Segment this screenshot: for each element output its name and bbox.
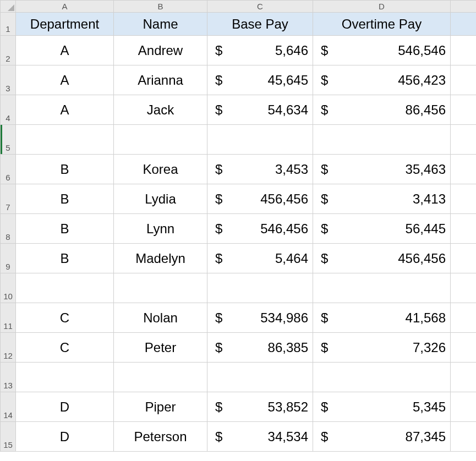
header-department[interactable]: Department [16, 13, 114, 36]
row-header-6[interactable]: 6 [1, 155, 16, 184]
cell-name[interactable]: Piper [114, 392, 207, 422]
cell-base-pay[interactable]: $5,464 [207, 244, 313, 273]
row-header-1[interactable]: 1 [1, 13, 16, 36]
row-header-2[interactable]: 2 [1, 36, 16, 65]
cell-base-pay[interactable]: $53,852 [207, 392, 313, 422]
cell-overtime-pay[interactable]: $3,413 [313, 184, 451, 214]
cell-department[interactable]: B [16, 184, 114, 214]
header-overtime-pay[interactable]: Overtime Pay [313, 13, 451, 36]
row-header-7[interactable]: 7 [1, 184, 16, 214]
cell-value: 456,456 [398, 251, 446, 266]
cell-empty[interactable] [207, 273, 313, 303]
cell-empty[interactable] [313, 125, 451, 155]
cell-base-pay[interactable]: $3,453 [207, 155, 313, 184]
cell-name[interactable]: Lydia [114, 184, 207, 214]
cell-empty[interactable] [451, 303, 477, 333]
cell-overtime-pay[interactable]: $7,326 [313, 333, 451, 363]
row-header-14[interactable]: 14 [1, 392, 16, 422]
cell-base-pay[interactable]: $5,646 [207, 36, 313, 65]
row-header-12[interactable]: 12 [1, 333, 16, 363]
row-header-8[interactable]: 8 [1, 214, 16, 244]
cell-name[interactable]: Nolan [114, 303, 207, 333]
cell-empty[interactable] [114, 363, 207, 392]
cell-name[interactable]: Arianna [114, 65, 207, 95]
cell-base-pay[interactable]: $54,634 [207, 95, 313, 125]
cell-department[interactable]: D [16, 392, 114, 422]
cell-base-pay[interactable]: $45,645 [207, 65, 313, 95]
cell-empty[interactable] [207, 125, 313, 155]
cell-department[interactable]: B [16, 214, 114, 244]
header-name[interactable]: Name [114, 13, 207, 36]
row-header-4[interactable]: 4 [1, 95, 16, 125]
cell-name[interactable]: Korea [114, 155, 207, 184]
cell-name[interactable]: Peter [114, 333, 207, 363]
grid[interactable]: A B C D 1 Department Name Base Pay Overt… [0, 0, 476, 452]
cell-empty[interactable] [16, 125, 114, 155]
cell-empty[interactable] [451, 392, 477, 422]
cell-overtime-pay[interactable]: $546,546 [313, 36, 451, 65]
cell-overtime-pay[interactable]: $56,445 [313, 214, 451, 244]
cell-empty[interactable] [451, 244, 477, 273]
cell-empty[interactable] [451, 125, 477, 155]
cell-name[interactable]: Lynn [114, 214, 207, 244]
cell-department[interactable]: C [16, 333, 114, 363]
cell-department[interactable]: A [16, 95, 114, 125]
cell-overtime-pay[interactable]: $35,463 [313, 155, 451, 184]
cell-base-pay[interactable]: $546,456 [207, 214, 313, 244]
row-header-11[interactable]: 11 [1, 303, 16, 333]
row-header-5[interactable]: 5 [1, 125, 16, 155]
cell-name[interactable]: Peterson [114, 422, 207, 452]
column-header-A[interactable]: A [16, 1, 114, 13]
cell-overtime-pay[interactable]: $86,456 [313, 95, 451, 125]
cell-department[interactable]: A [16, 36, 114, 65]
cell-empty[interactable] [451, 13, 477, 36]
cell-overtime-pay[interactable]: $41,568 [313, 303, 451, 333]
cell-department[interactable]: B [16, 244, 114, 273]
cell-empty[interactable] [451, 184, 477, 214]
row-header-9[interactable]: 9 [1, 244, 16, 273]
cell-empty[interactable] [451, 36, 477, 65]
cell-base-pay[interactable]: $34,534 [207, 422, 313, 452]
header-base-pay[interactable]: Base Pay [207, 13, 313, 36]
cell-empty[interactable] [114, 125, 207, 155]
cell-overtime-pay[interactable]: $87,345 [313, 422, 451, 452]
cell-empty[interactable] [451, 65, 477, 95]
cell-name[interactable]: Jack [114, 95, 207, 125]
cell-empty[interactable] [16, 363, 114, 392]
row-header-10[interactable]: 10 [1, 273, 16, 303]
cell-empty[interactable] [451, 155, 477, 184]
row-header-15[interactable]: 15 [1, 422, 16, 452]
cell-empty[interactable] [313, 273, 451, 303]
cell-empty[interactable] [451, 363, 477, 392]
cell-empty[interactable] [451, 333, 477, 363]
cell-base-pay[interactable]: $456,456 [207, 184, 313, 214]
cell-department[interactable]: D [16, 422, 114, 452]
cell-empty[interactable] [451, 95, 477, 125]
cell-empty[interactable] [451, 273, 477, 303]
cell-empty[interactable] [114, 273, 207, 303]
cell-empty[interactable] [451, 422, 477, 452]
table-row: 2AAndrew$5,646$546,546 [1, 36, 477, 65]
column-header-empty[interactable] [451, 1, 477, 13]
row-header-13[interactable]: 13 [1, 363, 16, 392]
cell-department[interactable]: C [16, 303, 114, 333]
cell-overtime-pay[interactable]: $5,345 [313, 392, 451, 422]
cell-overtime-pay[interactable]: $456,423 [313, 65, 451, 95]
cell-department[interactable]: B [16, 155, 114, 184]
cell-empty[interactable] [313, 363, 451, 392]
column-header-D[interactable]: D [313, 1, 451, 13]
cell-empty[interactable] [451, 214, 477, 244]
cell-empty[interactable] [16, 273, 114, 303]
cell-department[interactable]: A [16, 65, 114, 95]
cell-base-pay[interactable]: $534,986 [207, 303, 313, 333]
column-header-B[interactable]: B [114, 1, 207, 13]
column-header-C[interactable]: C [207, 1, 313, 13]
cell-empty[interactable] [207, 363, 313, 392]
cell-name[interactable]: Madelyn [114, 244, 207, 273]
cell-overtime-pay[interactable]: $456,456 [313, 244, 451, 273]
select-all-corner[interactable] [1, 1, 16, 13]
row-header-3[interactable]: 3 [1, 65, 16, 95]
spreadsheet[interactable]: A B C D 1 Department Name Base Pay Overt… [0, 0, 476, 461]
cell-name[interactable]: Andrew [114, 36, 207, 65]
cell-base-pay[interactable]: $86,385 [207, 333, 313, 363]
